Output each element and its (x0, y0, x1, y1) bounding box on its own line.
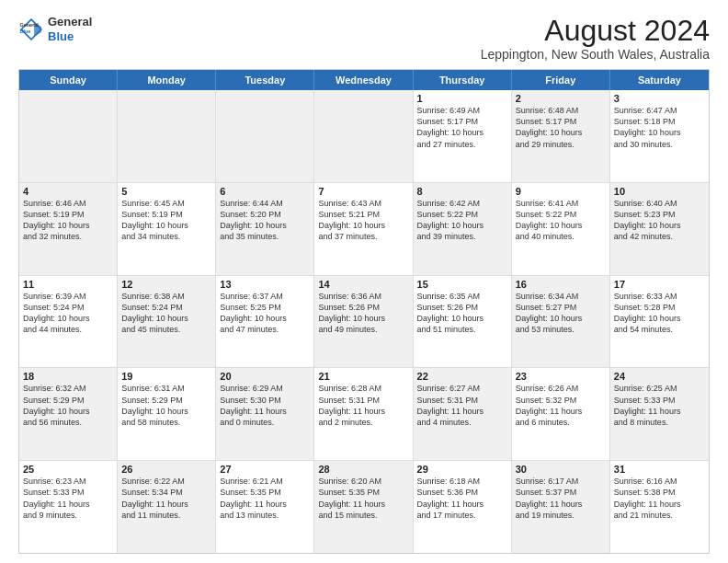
cal-cell-4-1: 26Sunrise: 6:22 AM Sunset: 5:34 PM Dayli… (118, 461, 216, 553)
day-num-2-5: 16 (516, 279, 606, 290)
cell-info-0-6: Sunrise: 6:47 AM Sunset: 5:18 PM Dayligh… (614, 105, 705, 150)
cal-cell-4-5: 30Sunrise: 6:17 AM Sunset: 5:37 PM Dayli… (512, 461, 610, 553)
cal-row-1: 4Sunrise: 6:46 AM Sunset: 5:19 PM Daylig… (19, 182, 709, 275)
cell-info-2-4: Sunrise: 6:35 AM Sunset: 5:26 PM Dayligh… (417, 291, 507, 336)
header: General Blue General Blue August 2024 Le… (18, 15, 710, 62)
day-num-0-6: 3 (614, 93, 705, 104)
cal-cell-1-6: 10Sunrise: 6:40 AM Sunset: 5:23 PM Dayli… (610, 183, 709, 275)
svg-text:General: General (20, 21, 40, 27)
day-num-3-3: 21 (318, 371, 408, 382)
cell-info-1-2: Sunrise: 6:44 AM Sunset: 5:20 PM Dayligh… (220, 198, 310, 243)
cell-info-1-4: Sunrise: 6:42 AM Sunset: 5:22 PM Dayligh… (417, 198, 507, 243)
day-num-1-4: 8 (417, 186, 507, 197)
cal-cell-0-3 (314, 90, 413, 182)
month-title: August 2024 (481, 15, 710, 47)
cal-row-0: 1Sunrise: 6:49 AM Sunset: 5:17 PM Daylig… (19, 90, 709, 182)
cell-info-1-0: Sunrise: 6:46 AM Sunset: 5:19 PM Dayligh… (23, 198, 113, 243)
header-saturday: Saturday (610, 70, 709, 90)
cell-info-3-3: Sunrise: 6:28 AM Sunset: 5:31 PM Dayligh… (318, 383, 408, 428)
cell-info-3-4: Sunrise: 6:27 AM Sunset: 5:31 PM Dayligh… (417, 383, 507, 428)
cal-cell-1-0: 4Sunrise: 6:46 AM Sunset: 5:19 PM Daylig… (19, 183, 118, 275)
day-num-2-4: 15 (417, 279, 507, 290)
cell-info-4-1: Sunrise: 6:22 AM Sunset: 5:34 PM Dayligh… (121, 476, 211, 521)
header-tuesday: Tuesday (216, 70, 314, 90)
logo-icon: General Blue (18, 17, 44, 42)
day-num-3-1: 19 (121, 371, 211, 382)
cal-cell-2-3: 14Sunrise: 6:36 AM Sunset: 5:26 PM Dayli… (314, 276, 413, 368)
day-num-3-2: 20 (220, 371, 310, 382)
day-num-3-5: 23 (516, 371, 606, 382)
cal-cell-4-0: 25Sunrise: 6:23 AM Sunset: 5:33 PM Dayli… (19, 461, 118, 553)
day-num-1-0: 4 (23, 186, 113, 197)
day-num-3-6: 24 (614, 371, 705, 382)
cal-row-4: 25Sunrise: 6:23 AM Sunset: 5:33 PM Dayli… (19, 460, 709, 553)
cal-cell-4-2: 27Sunrise: 6:21 AM Sunset: 5:35 PM Dayli… (216, 461, 314, 553)
title-block: August 2024 Leppington, New South Wales,… (481, 15, 710, 62)
cell-info-3-5: Sunrise: 6:26 AM Sunset: 5:32 PM Dayligh… (516, 383, 606, 428)
cell-info-2-0: Sunrise: 6:39 AM Sunset: 5:24 PM Dayligh… (23, 291, 113, 336)
cal-cell-0-5: 2Sunrise: 6:48 AM Sunset: 5:17 PM Daylig… (512, 90, 610, 182)
cell-info-4-4: Sunrise: 6:18 AM Sunset: 5:36 PM Dayligh… (417, 476, 507, 521)
header-sunday: Sunday (19, 70, 118, 90)
calendar-header: Sunday Monday Tuesday Wednesday Thursday… (19, 70, 709, 90)
cal-cell-4-6: 31Sunrise: 6:16 AM Sunset: 5:38 PM Dayli… (610, 461, 709, 553)
page: General Blue General Blue August 2024 Le… (0, 0, 728, 563)
day-num-2-1: 12 (121, 279, 211, 290)
header-monday: Monday (118, 70, 216, 90)
day-num-1-1: 5 (121, 186, 211, 197)
cell-info-1-1: Sunrise: 6:45 AM Sunset: 5:19 PM Dayligh… (121, 198, 211, 243)
day-num-1-5: 9 (516, 186, 606, 197)
cell-info-2-2: Sunrise: 6:37 AM Sunset: 5:25 PM Dayligh… (220, 291, 310, 336)
cell-info-2-1: Sunrise: 6:38 AM Sunset: 5:24 PM Dayligh… (121, 291, 211, 336)
logo-text-general: General (48, 15, 92, 29)
cell-info-4-5: Sunrise: 6:17 AM Sunset: 5:37 PM Dayligh… (516, 476, 606, 521)
cal-cell-4-3: 28Sunrise: 6:20 AM Sunset: 5:35 PM Dayli… (314, 461, 413, 553)
cal-cell-2-2: 13Sunrise: 6:37 AM Sunset: 5:25 PM Dayli… (216, 276, 314, 368)
cal-cell-1-5: 9Sunrise: 6:41 AM Sunset: 5:22 PM Daylig… (512, 183, 610, 275)
cal-cell-3-4: 22Sunrise: 6:27 AM Sunset: 5:31 PM Dayli… (414, 368, 512, 460)
logo: General Blue General Blue (18, 15, 92, 43)
cal-row-2: 11Sunrise: 6:39 AM Sunset: 5:24 PM Dayli… (19, 275, 709, 368)
header-wednesday: Wednesday (314, 70, 413, 90)
calendar-body: 1Sunrise: 6:49 AM Sunset: 5:17 PM Daylig… (19, 90, 709, 553)
day-num-0-4: 1 (417, 93, 507, 104)
cal-cell-1-2: 6Sunrise: 6:44 AM Sunset: 5:20 PM Daylig… (216, 183, 314, 275)
cell-info-3-0: Sunrise: 6:32 AM Sunset: 5:29 PM Dayligh… (23, 383, 113, 428)
cal-cell-2-5: 16Sunrise: 6:34 AM Sunset: 5:27 PM Dayli… (512, 276, 610, 368)
cell-info-1-5: Sunrise: 6:41 AM Sunset: 5:22 PM Dayligh… (516, 198, 606, 243)
cell-info-1-3: Sunrise: 6:43 AM Sunset: 5:21 PM Dayligh… (318, 198, 408, 243)
cal-cell-2-1: 12Sunrise: 6:38 AM Sunset: 5:24 PM Dayli… (118, 276, 216, 368)
cell-info-4-0: Sunrise: 6:23 AM Sunset: 5:33 PM Dayligh… (23, 476, 113, 521)
cal-cell-0-0 (19, 90, 118, 182)
cal-row-3: 18Sunrise: 6:32 AM Sunset: 5:29 PM Dayli… (19, 367, 709, 460)
day-num-4-0: 25 (23, 464, 113, 475)
cal-cell-2-0: 11Sunrise: 6:39 AM Sunset: 5:24 PM Dayli… (19, 276, 118, 368)
cal-cell-3-6: 24Sunrise: 6:25 AM Sunset: 5:33 PM Dayli… (610, 368, 709, 460)
day-num-4-3: 28 (318, 464, 408, 475)
logo-text-blue: Blue (48, 29, 92, 44)
cell-info-2-6: Sunrise: 6:33 AM Sunset: 5:28 PM Dayligh… (614, 291, 705, 336)
day-num-3-4: 22 (417, 371, 507, 382)
cell-info-3-2: Sunrise: 6:29 AM Sunset: 5:30 PM Dayligh… (220, 383, 310, 428)
cal-cell-3-5: 23Sunrise: 6:26 AM Sunset: 5:32 PM Dayli… (512, 368, 610, 460)
day-num-2-0: 11 (23, 279, 113, 290)
cal-cell-3-3: 21Sunrise: 6:28 AM Sunset: 5:31 PM Dayli… (314, 368, 413, 460)
day-num-1-2: 6 (220, 186, 310, 197)
cal-cell-0-6: 3Sunrise: 6:47 AM Sunset: 5:18 PM Daylig… (610, 90, 709, 182)
header-thursday: Thursday (414, 70, 512, 90)
day-num-4-4: 29 (417, 464, 507, 475)
cell-info-0-4: Sunrise: 6:49 AM Sunset: 5:17 PM Dayligh… (417, 105, 507, 150)
cal-cell-3-2: 20Sunrise: 6:29 AM Sunset: 5:30 PM Dayli… (216, 368, 314, 460)
day-num-1-3: 7 (318, 186, 408, 197)
cell-info-3-6: Sunrise: 6:25 AM Sunset: 5:33 PM Dayligh… (614, 383, 705, 428)
day-num-2-2: 13 (220, 279, 310, 290)
cal-cell-4-4: 29Sunrise: 6:18 AM Sunset: 5:36 PM Dayli… (414, 461, 512, 553)
cal-cell-2-4: 15Sunrise: 6:35 AM Sunset: 5:26 PM Dayli… (414, 276, 512, 368)
cell-info-4-3: Sunrise: 6:20 AM Sunset: 5:35 PM Dayligh… (318, 476, 408, 521)
cell-info-0-5: Sunrise: 6:48 AM Sunset: 5:17 PM Dayligh… (516, 105, 606, 150)
day-num-4-5: 30 (516, 464, 606, 475)
cal-cell-2-6: 17Sunrise: 6:33 AM Sunset: 5:28 PM Dayli… (610, 276, 709, 368)
day-num-3-0: 18 (23, 371, 113, 382)
cell-info-1-6: Sunrise: 6:40 AM Sunset: 5:23 PM Dayligh… (614, 198, 705, 243)
svg-text:Blue: Blue (20, 28, 31, 33)
